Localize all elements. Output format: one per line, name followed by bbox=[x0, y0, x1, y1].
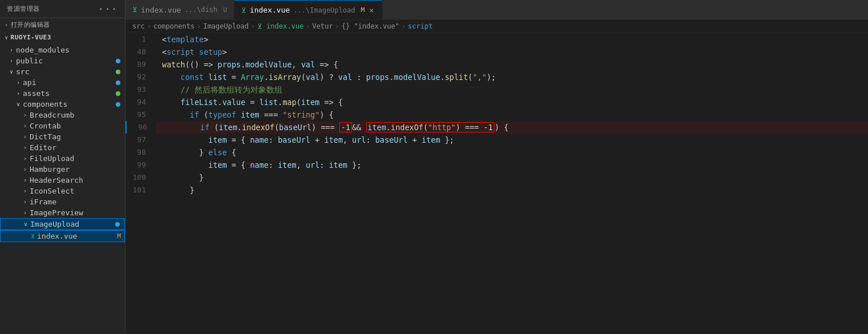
line-content: } else { bbox=[160, 146, 868, 159]
breadcrumb-sep: › bbox=[335, 22, 339, 30]
sidebar-title: 资源管理器 bbox=[7, 5, 40, 13]
tree-item-headersearch[interactable]: › HeaderSearch bbox=[0, 175, 125, 186]
chevron-right-icon: › bbox=[21, 166, 30, 172]
tab-label: index.vue bbox=[250, 6, 290, 14]
tree-item-assets[interactable]: › assets bbox=[0, 88, 125, 99]
code-line-96: 96 if (item.indexOf(baseUrl) === -1&& it… bbox=[125, 121, 868, 134]
code-line-92: 92 const list = Array.isArray(val) ? val… bbox=[125, 71, 868, 83]
breadcrumb-sep: › bbox=[147, 22, 151, 30]
line-content: watch(() => props.modelValue, val => { bbox=[160, 58, 868, 71]
chevron-right-icon: › bbox=[14, 79, 23, 86]
chevron-right-icon: › bbox=[21, 144, 30, 151]
tree-item-iframe[interactable]: › iFrame bbox=[0, 196, 125, 207]
code-line-48: 48 <script setup> bbox=[125, 46, 868, 58]
tree-item-iconselect[interactable]: › IconSelect bbox=[0, 186, 125, 196]
file-tree: › node_modules › public ∨ src › api › bbox=[0, 43, 125, 334]
tab-unmodified-indicator: U bbox=[223, 6, 227, 14]
code-line-1: 1 <template> bbox=[125, 33, 868, 46]
code-line-95: 95 if (typeof item === "string") { bbox=[125, 108, 868, 121]
chevron-right-icon: › bbox=[21, 210, 30, 216]
breadcrumb-src: src bbox=[132, 22, 145, 30]
line-content: } bbox=[160, 171, 868, 184]
line-number: 95 bbox=[125, 108, 155, 121]
vue-icon: ⊻ bbox=[241, 6, 246, 14]
tree-item-imageupload[interactable]: ∨ ImageUpload bbox=[0, 218, 125, 230]
line-content: <script setup> bbox=[160, 46, 868, 58]
line-content: <template> bbox=[160, 33, 868, 46]
modified-dot bbox=[116, 81, 120, 85]
chevron-right-icon: › bbox=[21, 155, 30, 162]
line-content: } bbox=[160, 184, 868, 196]
chevron-right-icon: › bbox=[7, 47, 16, 53]
tab-imageupload-index[interactable]: ⊻ index.vue ...\ImageUpload M × bbox=[234, 0, 383, 19]
sidebar-header: 资源管理器 ··· bbox=[0, 0, 125, 18]
line-number: 100 bbox=[125, 171, 155, 184]
code-line-93: 93 // 然后将数组转为对象数组 bbox=[125, 83, 868, 96]
line-number: 1 bbox=[125, 33, 155, 46]
line-content: if (item.indexOf(baseUrl) === -1&& item.… bbox=[161, 121, 868, 134]
breadcrumb-imageupload: ImageUpload bbox=[203, 22, 248, 30]
code-line-98: 98 } else { bbox=[125, 146, 868, 159]
modified-dot bbox=[116, 102, 120, 107]
code-line-99: 99 item = { name: item, url: item }; bbox=[125, 159, 868, 171]
tree-item-public[interactable]: › public bbox=[0, 55, 125, 66]
code-line-89: 89 watch(() => props.modelValue, val => … bbox=[125, 58, 868, 71]
chevron-right-icon: › bbox=[21, 199, 30, 205]
line-number: 99 bbox=[125, 159, 155, 171]
chevron-right-icon: › bbox=[7, 58, 16, 64]
chevron-right-icon: › bbox=[21, 134, 30, 140]
tree-item-components[interactable]: ∨ components bbox=[0, 99, 125, 110]
modified-dot bbox=[116, 70, 120, 74]
modified-dot bbox=[116, 91, 120, 96]
sidebar: 资源管理器 ··· › 打开的编辑器 ∨ RUOYI-VUE3 › node_m… bbox=[0, 0, 125, 334]
tree-item-fileupload[interactable]: › FileUpload bbox=[0, 153, 125, 164]
breadcrumb: src › components › ImageUpload › ⊻ index… bbox=[125, 20, 868, 33]
tree-item-api[interactable]: › api bbox=[0, 77, 125, 88]
tree-item-index-vue[interactable]: ⊻ index.vue M bbox=[0, 230, 125, 242]
breadcrumb-file: ⊻ index.vue bbox=[257, 22, 303, 30]
tree-item-imagepreview[interactable]: › ImagePreview bbox=[0, 207, 125, 218]
vue-icon: ⊻ bbox=[132, 6, 137, 14]
chevron-right-icon: › bbox=[21, 123, 30, 129]
tab-modified-indicator: M bbox=[361, 6, 365, 14]
chevron-down-icon: ∨ bbox=[14, 101, 23, 107]
tree-item-src[interactable]: ∨ src bbox=[0, 66, 125, 77]
editor-main: ⊻ index.vue ...\dish U ⊻ index.vue ...\I… bbox=[125, 0, 868, 334]
chevron-right-icon: › bbox=[21, 177, 30, 183]
tab-dish-index[interactable]: ⊻ index.vue ...\dish U bbox=[125, 0, 234, 19]
modified-badge: M bbox=[117, 232, 121, 240]
breadcrumb-sep: › bbox=[197, 22, 201, 30]
breadcrumb-sep: › bbox=[306, 22, 310, 30]
tree-item-dicttag[interactable]: › DictTag bbox=[0, 131, 125, 142]
line-number: 94 bbox=[125, 96, 155, 108]
breadcrumb-script: script bbox=[408, 22, 432, 30]
line-content: item = { name: baseUrl + item, url: base… bbox=[160, 134, 868, 146]
line-number: 97 bbox=[125, 134, 155, 146]
open-editors-section: › 打开的编辑器 bbox=[0, 18, 125, 31]
chevron-right-icon: › bbox=[14, 90, 23, 96]
line-number: 48 bbox=[125, 46, 155, 58]
line-number: 98 bbox=[125, 146, 155, 159]
breadcrumb-components: components bbox=[153, 22, 194, 30]
tree-item-editor[interactable]: › Editor bbox=[0, 142, 125, 153]
breadcrumb-sep: › bbox=[401, 22, 405, 30]
tree-item-node-modules[interactable]: › node_modules bbox=[0, 45, 125, 55]
close-tab-button[interactable]: × bbox=[368, 5, 375, 16]
code-editor[interactable]: 1 <template> 48 <script setup> 89 watch(… bbox=[125, 33, 868, 334]
breadcrumb-sep: › bbox=[251, 22, 255, 30]
line-content: item = { name: item, url: item }; bbox=[160, 159, 868, 171]
tree-item-crontab[interactable]: › Crontab bbox=[0, 120, 125, 131]
line-number: 89 bbox=[125, 58, 155, 71]
chevron-right-icon: › bbox=[21, 112, 30, 118]
tree-item-hamburger[interactable]: › Hamburger bbox=[0, 164, 125, 175]
chevron-right-icon: › bbox=[21, 188, 30, 194]
tab-path: ...\dish bbox=[184, 6, 217, 14]
chevron-down-icon: ∨ bbox=[7, 69, 16, 75]
code-line-97: 97 item = { name: baseUrl + item, url: b… bbox=[125, 134, 868, 146]
code-line-94: 94 fileList.value = list.map(item => { bbox=[125, 96, 868, 108]
modified-dot bbox=[115, 222, 120, 227]
root-section[interactable]: ∨ RUOYI-VUE3 bbox=[0, 31, 125, 43]
more-icon[interactable]: ··· bbox=[98, 3, 118, 14]
line-number: 92 bbox=[125, 71, 155, 83]
tree-item-breadcrumb[interactable]: › Breadcrumb bbox=[0, 110, 125, 120]
